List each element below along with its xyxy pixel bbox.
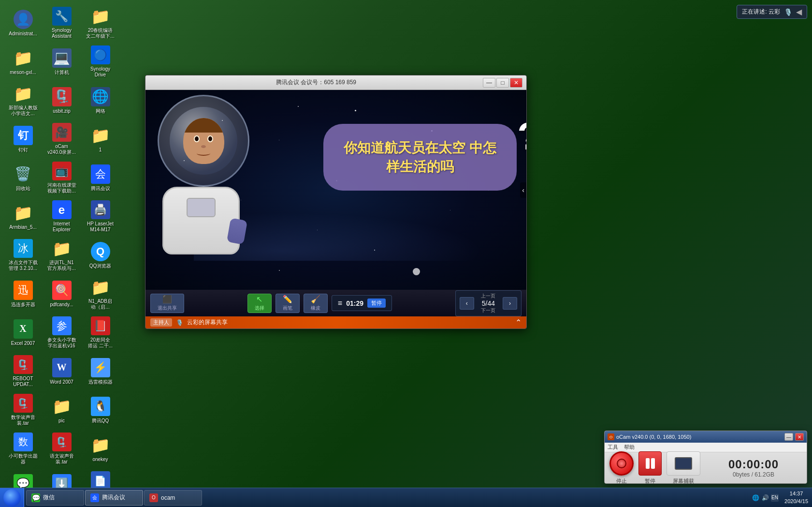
icon-label: onekey (92, 457, 108, 462)
meeting-window: 腾讯会议 会议号：605 169 859 — □ ✕ (145, 75, 527, 329)
window-title: 腾讯会议 会议号：605 169 859 (149, 78, 483, 87)
cursor-button[interactable]: ↖ 选择 (247, 294, 272, 313)
speech-bubble: 你知道航天员在太空 中怎样生活的吗 ? (323, 124, 517, 191)
desktop-icon-administrator[interactable]: 👤 Administrat... (5, 5, 41, 41)
network-tray-icon[interactable]: 🌐 (752, 494, 759, 502)
exit-share-icon: ⬛ (162, 295, 172, 304)
pause-bar-left (646, 458, 650, 469)
icon-label: oCamv240.0录屏... (47, 144, 75, 155)
volume-tray-icon[interactable]: 🔊 (761, 494, 769, 502)
desktop-icons-area: 👤 Administrat... 🔧 SynologyAssistant 📁 2… (0, 0, 135, 488)
desktop-icon-reboot[interactable]: 🗜️ REBOOTUPDAT... (5, 353, 41, 389)
desktop-icon-usbit[interactable]: 🗜️ usbit.zip (44, 82, 80, 119)
desktop-icon-word[interactable]: W Word 2007 (44, 353, 80, 389)
desktop-icon-ocam[interactable]: 🎥 oCamv240.0录屏... (44, 121, 80, 157)
pause-bar-right (651, 458, 655, 469)
icon-label: Administrat... (9, 31, 37, 37)
desktop-icon-armbian[interactable]: 📁 Armbian_5... (5, 198, 41, 235)
desktop-icon-bingdian[interactable]: 冰 冰点文件下载管理 3.2.10... (5, 237, 41, 273)
pen-button[interactable]: ✏️ 画笔 (276, 294, 300, 313)
desktop-icon-meson[interactable]: 📁 meson-gxl... (5, 44, 41, 80)
icon-label: REBOOTUPDAT... (13, 376, 33, 388)
screen-share-text: 云彩的屏幕共享 (187, 318, 228, 327)
ocam-window: O oCam v240.0 (0, 0, 1680, 1050) — ✕ 工具 … (604, 431, 807, 484)
desktop-icon-dingtalk[interactable]: 钉 钉钉 (5, 121, 41, 157)
desktop-icon-qq[interactable]: 🐧 腾讯QQ (82, 392, 118, 428)
icon-label: Armbian_5... (9, 224, 37, 230)
exit-share-button[interactable]: ⬛ 退出共享 (150, 294, 184, 313)
desktop-icon-tencent-meeting[interactable]: 会 腾讯会议 (82, 160, 118, 196)
desktop-icon-pic-folder[interactable]: 📁 pic (44, 392, 80, 428)
desktop-icon-pdfcandy[interactable]: 🍭 pdfcandy... (44, 276, 80, 312)
ocam-titlebar: O oCam v240.0 (0, 0, 1680, 1050) — ✕ (605, 431, 807, 443)
speaking-text: 正在讲述: 云彩 (742, 8, 780, 16)
desktop-icon-network[interactable]: 🌐 网络 (82, 82, 118, 119)
ocam-timer-value: 00:00:00 (705, 458, 802, 471)
desktop-icon-xunlei-sim[interactable]: ⚡ 迅雷模拟器 (82, 353, 118, 389)
start-button[interactable] (0, 488, 24, 507)
prev-page-label: 上一页 (481, 293, 495, 299)
prev-page-button[interactable]: ‹ (460, 297, 474, 310)
desktop-icon-excel[interactable]: X Excel 2007 (5, 314, 41, 351)
desktop-icon-synology-drive[interactable]: 🔵 SynologyDrive (82, 44, 118, 80)
icon-label: 迅雷模拟器 (88, 379, 113, 385)
ocam-close-button[interactable]: ✕ (795, 433, 804, 441)
next-page-button[interactable]: › (503, 297, 517, 310)
icon-label: pdfcandy... (50, 302, 73, 308)
desktop-icon-textbook[interactable]: 📁 新部编人教版小学语文... (5, 82, 41, 119)
desktop-icon-onekey[interactable]: 📁 onekey (82, 431, 118, 467)
ocam-record-button[interactable] (609, 451, 634, 476)
ocam-menubar: 工具 帮助 (605, 443, 807, 452)
ocam-pause-label: 暂停 (645, 477, 655, 484)
bubble-shape: 你知道航天员在太空 中怎样生活的吗 (323, 124, 517, 191)
ocam-menu-tools[interactable]: 工具 (608, 444, 618, 451)
ocam-pause-button[interactable] (638, 451, 662, 476)
desktop-icon-qq-browser[interactable]: Q QQ浏览器 (82, 237, 118, 273)
taskbar-item-ocam[interactable]: O ocam (144, 490, 202, 506)
ocam-taskbar-label: ocam (161, 494, 175, 501)
status-bar: 主持人 🎙️ 云彩的屏幕共享 ⌃ (145, 316, 526, 328)
icon-label: 20春统编语文二年级下... (86, 28, 114, 39)
desktop-icon-xunlian-multi[interactable]: 迅 迅连多开器 (5, 276, 41, 312)
ocam-monitor-button[interactable] (667, 451, 700, 476)
ime-tray-icon[interactable]: EN (771, 494, 779, 502)
ocam-menu-help[interactable]: 帮助 (624, 444, 635, 451)
icon-label: 腾讯QQ (92, 418, 109, 424)
minimize-button[interactable]: — (483, 78, 495, 88)
desktop-icon-n1-adb[interactable]: 📁 N1_ADB启动（启... (82, 276, 118, 312)
status-collapse-arrow[interactable]: ⌃ (515, 318, 522, 327)
desktop-icon-folder-1[interactable]: 📁 1 (82, 121, 118, 157)
ocam-minimize-button[interactable]: — (784, 433, 793, 441)
desktop-icon-cw-tool[interactable]: 参 参文头小字数字出蓝机v16 (44, 314, 80, 351)
icon-label: 网络 (96, 108, 105, 114)
taskbar-item-wechat[interactable]: 💬 微信 (26, 490, 84, 506)
start-orb (3, 489, 21, 507)
mic-icon: 🎙️ (176, 319, 183, 326)
astronaut-circle (158, 95, 249, 187)
speaking-mic-icon: 🎙️ (784, 8, 792, 16)
desktop-icon-book-red[interactable]: 📕 20差同全搭运 二千... (82, 314, 118, 351)
desktop-icon-ie[interactable]: e InternetExplorer (44, 198, 80, 235)
desktop-icon-folder1[interactable]: 📁 20春统编语文二年级下... (82, 5, 118, 41)
desktop-icon-recycle[interactable]: 🗑️ 回收站 (5, 160, 41, 196)
icon-label: 新部编人教版小学语文... (9, 105, 38, 117)
desktop-icon-folder-jinxun[interactable]: 📁 进训TL_N1官方系统与... (44, 237, 80, 273)
desktop-icon-hnketang[interactable]: 📺 河南在线课堂视频下载助... (44, 160, 80, 196)
desktop-icon-synology-assistant[interactable]: 🔧 SynologyAssistant (44, 5, 80, 41)
desktop-icon-yuwen-sound[interactable]: 🗜️ 语文诶声音装.tar (44, 431, 80, 467)
ocam-app-icon: O (608, 433, 614, 440)
collapse-side-btn[interactable]: ‹ (520, 182, 526, 198)
desktop-icon-math-tool[interactable]: 数 小可数学出题器 (5, 431, 41, 467)
close-button[interactable]: ✕ (510, 78, 522, 88)
timer-pause-button[interactable]: 暂停 (367, 298, 386, 308)
icon-label: Excel 2007 (11, 341, 35, 346)
desktop-icon-hp-printer[interactable]: 🖨️ HP LaserJetM14-M17 (82, 198, 118, 235)
icon-label: InternetExplorer (53, 221, 71, 233)
ocam-taskbar-icon: O (149, 493, 158, 502)
timer-display: ≡ 01:29 暂停 (332, 295, 392, 311)
eraser-button[interactable]: 🧹 橡皮 (304, 294, 328, 313)
taskbar-item-meeting[interactable]: 会 腾讯会议 (85, 490, 143, 506)
desktop-icon-computer[interactable]: 💻 计算机 (44, 44, 80, 80)
desktop-icon-shuxue-sound[interactable]: 🗜️ 数学诶声音装.tar (5, 392, 41, 428)
maximize-button[interactable]: □ (496, 78, 509, 88)
